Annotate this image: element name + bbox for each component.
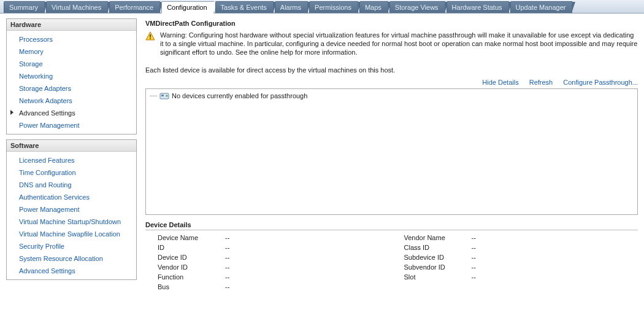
- detail-value: --: [219, 254, 229, 261]
- sidebar-item-storage-adapters[interactable]: Storage Adapters: [7, 82, 136, 95]
- detail-bus: Bus --: [145, 282, 392, 292]
- detail-value: --: [219, 283, 229, 290]
- device-icon: [159, 92, 169, 100]
- tab-alarms[interactable]: Alarms: [275, 1, 308, 13]
- detail-slot: Slot --: [392, 272, 638, 282]
- details-left-column: Device Name -- ID -- Device ID -- Vendor…: [145, 233, 392, 292]
- tab-strip: Summary Virtual Machines Performance Con…: [0, 0, 644, 14]
- detail-label: Bus: [145, 283, 219, 290]
- detail-subvendor-id: Subvendor ID --: [392, 262, 638, 272]
- warning-icon: [145, 31, 155, 41]
- detail-vendor-id: Vendor ID --: [145, 262, 392, 272]
- sidebar-item-licensed-features[interactable]: Licensed Features: [7, 154, 136, 166]
- device-details-grid: Device Name -- ID -- Device ID -- Vendor…: [145, 233, 638, 292]
- tab-performance[interactable]: Performance: [109, 1, 160, 13]
- detail-subdevice-id: Subdevice ID --: [392, 252, 638, 262]
- detail-value: --: [466, 234, 476, 241]
- warning-banner: Warning: Configuring host hardware witho…: [145, 31, 638, 56]
- detail-value: --: [466, 244, 476, 251]
- hide-details-link[interactable]: Hide Details: [482, 79, 518, 86]
- warning-text: Warning: Configuring host hardware witho…: [160, 31, 638, 56]
- sidebar-item-power-management-sw[interactable]: Power Management: [7, 203, 136, 216]
- detail-device-id: Device ID --: [145, 252, 392, 262]
- device-empty-row: ┄┄ No devices currently enabled for pass…: [150, 92, 634, 100]
- detail-vendor-name: Vendor Name --: [392, 233, 638, 243]
- svg-rect-4: [161, 95, 164, 96]
- sidebar: Hardware Processors Memory Storage Netwo…: [6, 18, 137, 292]
- detail-label: Class ID: [392, 244, 466, 251]
- detail-value: --: [219, 263, 229, 271]
- tab-storage-views[interactable]: Storage Views: [389, 1, 445, 13]
- content-area: VMDirectPath Configuration Warning: Conf…: [137, 18, 638, 292]
- sidebar-item-power-management-hw[interactable]: Power Management: [7, 119, 136, 131]
- detail-value: --: [466, 254, 476, 261]
- software-header: Software: [7, 140, 136, 152]
- sidebar-item-vm-startup-shutdown[interactable]: Virtual Machine Startup/Shutdown: [7, 216, 136, 228]
- sidebar-item-advanced-settings-sw[interactable]: Advanced Settings: [7, 265, 136, 277]
- detail-class-id: Class ID --: [392, 243, 638, 252]
- sidebar-item-vm-swapfile-location[interactable]: Virtual Machine Swapfile Location: [7, 228, 136, 240]
- detail-label: Device Name: [145, 234, 219, 241]
- refresh-link[interactable]: Refresh: [529, 79, 553, 86]
- sidebar-item-network-adapters[interactable]: Network Adapters: [7, 95, 136, 107]
- device-details-header: Device Details: [145, 221, 638, 230]
- svg-point-5: [166, 95, 168, 97]
- hardware-header: Hardware: [7, 19, 136, 31]
- svg-rect-2: [150, 38, 151, 39]
- sidebar-item-authentication-services[interactable]: Authentication Services: [7, 191, 136, 203]
- detail-label: Vendor Name: [392, 234, 466, 241]
- detail-value: --: [219, 234, 229, 241]
- tab-virtual-machines[interactable]: Virtual Machines: [46, 1, 108, 13]
- configure-passthrough-link[interactable]: Configure Passthrough...: [563, 79, 638, 86]
- sidebar-item-networking[interactable]: Networking: [7, 70, 136, 82]
- detail-value: --: [466, 273, 476, 281]
- tab-configuration[interactable]: Configuration: [161, 1, 213, 14]
- detail-label: Vendor ID: [145, 263, 219, 271]
- sidebar-item-system-resource-allocation[interactable]: System Resource Allocation: [7, 252, 136, 265]
- details-right-column: Vendor Name -- Class ID -- Subdevice ID …: [392, 233, 638, 292]
- device-list-box[interactable]: ┄┄ No devices currently enabled for pass…: [145, 88, 638, 215]
- tree-connector-icon: ┄┄: [150, 92, 157, 100]
- detail-label: Function: [145, 273, 219, 281]
- detail-label: Subdevice ID: [392, 254, 466, 261]
- detail-device-name: Device Name --: [145, 233, 392, 243]
- detail-value: --: [219, 244, 229, 251]
- sidebar-item-dns-routing[interactable]: DNS and Routing: [7, 179, 136, 191]
- sidebar-item-advanced-settings-hw[interactable]: Advanced Settings: [7, 107, 136, 119]
- sidebar-item-processors[interactable]: Processors: [7, 33, 136, 45]
- detail-value: --: [466, 263, 476, 271]
- detail-id: ID --: [145, 243, 392, 252]
- sidebar-item-security-profile[interactable]: Security Profile: [7, 240, 136, 252]
- sidebar-item-time-configuration[interactable]: Time Configuration: [7, 166, 136, 179]
- action-links: Hide Details Refresh Configure Passthrou…: [145, 79, 638, 86]
- tab-tasks-events[interactable]: Tasks & Events: [215, 1, 274, 13]
- detail-label: Subvendor ID: [392, 263, 466, 271]
- tab-permissions[interactable]: Permissions: [309, 1, 358, 13]
- tab-summary[interactable]: Summary: [4, 1, 45, 13]
- sidebar-item-storage[interactable]: Storage: [7, 58, 136, 70]
- detail-label: Slot: [392, 273, 466, 281]
- svg-rect-1: [150, 34, 151, 37]
- detail-function: Function --: [145, 272, 392, 282]
- tab-update-manager[interactable]: Update Manager: [510, 1, 573, 13]
- detail-label: Device ID: [145, 254, 219, 261]
- page-title: VMDirectPath Configuration: [145, 20, 638, 27]
- description-text: Each listed device is available for dire…: [145, 66, 638, 74]
- detail-label: ID: [145, 244, 219, 251]
- tab-maps[interactable]: Maps: [359, 1, 388, 13]
- software-panel: Software Licensed Features Time Configur…: [6, 139, 137, 280]
- sidebar-item-memory[interactable]: Memory: [7, 45, 136, 58]
- hardware-panel: Hardware Processors Memory Storage Netwo…: [6, 18, 137, 134]
- tab-hardware-status[interactable]: Hardware Status: [447, 1, 509, 13]
- device-empty-message: No devices currently enabled for passthr…: [172, 92, 307, 99]
- detail-value: --: [219, 273, 229, 281]
